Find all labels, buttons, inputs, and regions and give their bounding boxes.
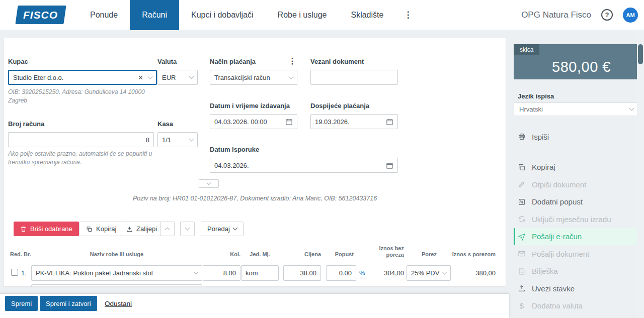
broj-racuna-help-text: Ako polje ostavite prazno, automatski će… — [8, 150, 169, 167]
delete-selected-button[interactable]: Briši odabrane — [14, 222, 79, 236]
datum-isporuke-input[interactable]: 04.03.2026. — [210, 158, 398, 173]
chevron-down-icon — [289, 74, 294, 79]
nav-racuni[interactable]: Računi — [130, 0, 179, 30]
sidebar-action-label: Uključi mjesečnu izradu — [532, 215, 611, 224]
vezani-dokument-input[interactable] — [310, 70, 398, 85]
sidebar-action-ispisi[interactable]: Ispiši — [514, 128, 639, 146]
send-e-invoice-icon — [518, 233, 526, 241]
header-jed-mj: Jed. Mj. — [241, 251, 279, 258]
sort-button[interactable]: Poredaj — [201, 222, 244, 236]
item-name-value: PK-VELIKA: Poklon paket Jadranski stol — [36, 269, 194, 277]
chevron-down-icon — [194, 270, 199, 275]
nav-kupci-i-dobavljaci[interactable]: Kupci i dobavljači — [179, 0, 266, 30]
page-scrollbar[interactable] — [637, 30, 644, 318]
nav-robe-i-usluge[interactable]: Robe i usluge — [266, 0, 339, 30]
delete-selected-label: Briši odabrane — [30, 225, 72, 233]
calendar-icon[interactable] — [386, 162, 393, 169]
scrollbar-thumb[interactable] — [638, 44, 643, 64]
language-select[interactable]: Hrvatski — [514, 102, 639, 116]
datum-izdavanja-label: Datum i vrijeme izdavanja — [210, 102, 290, 110]
app-logo[interactable]: FISCO — [15, 6, 66, 24]
kebab-icon: ⋮ — [404, 10, 412, 20]
header-iznos-s-porezom: Iznos s porezom — [448, 251, 496, 258]
sidebar-action-posalji-e-racun[interactable]: Pošalji e-račun — [514, 228, 639, 246]
invoice-form-card: Kupac Valuta Način plaćanja ⋮ Vezani dok… — [4, 38, 506, 286]
sidebar-action-kopiraj[interactable]: Kopiraj — [514, 159, 639, 176]
avatar[interactable]: AM — [623, 8, 638, 23]
nacin-placanja-label: Način plaćanja — [210, 58, 256, 65]
sidebar-action-label: Kopiraj — [532, 163, 555, 171]
sidebar-action-dodatna-valuta[interactable]: $ Dodatna valuta — [514, 297, 639, 315]
nav-label: Robe i usluge — [278, 11, 327, 20]
chevron-down-icon — [629, 106, 634, 111]
calendar-icon[interactable] — [285, 118, 293, 126]
valuta-label: Valuta — [157, 58, 177, 65]
kasa-select[interactable]: 1/1 — [157, 132, 198, 147]
language-label: Jezik ispisa — [518, 92, 554, 100]
nav-ponude[interactable]: Ponude — [78, 0, 130, 30]
nav-more-icon[interactable]: ⋮ — [395, 0, 420, 30]
kupac-input[interactable]: Studio Eter d.o.o. ✕ — [8, 70, 157, 85]
sidebar-action-otpisi-dokument[interactable]: Otpiši dokument — [514, 176, 639, 193]
company-name: OPG Natura Fisco — [521, 10, 591, 20]
copy-icon — [518, 163, 526, 171]
cancel-link[interactable]: Odustani — [105, 300, 132, 307]
sidebar-action-dodatni-popust[interactable]: Dodatni popust — [514, 193, 639, 211]
chevron-down-icon — [442, 270, 447, 275]
sidebar-action-biljeska[interactable]: Bilješka — [514, 263, 639, 280]
datum-izdavanja-input[interactable]: 04.03.2026. 00:00 — [210, 114, 297, 129]
broj-racuna-input[interactable] — [8, 132, 154, 147]
paste-rows-label: Zalijepi — [136, 225, 157, 233]
paste-rows-button[interactable]: Zalijepi — [120, 222, 164, 236]
discount-input[interactable] — [326, 265, 356, 281]
save-and-close-button[interactable]: Spremi i zatvori — [40, 296, 97, 311]
sidebar-action-posalji-dokument[interactable]: Pošalji dokument — [514, 245, 639, 263]
sidebar-action-mjesecna-izrada[interactable]: Uključi mjesečnu izradu — [514, 210, 639, 228]
dospijece-input[interactable]: 19.03.2026. — [310, 114, 398, 129]
item-name-select-partial[interactable] — [31, 284, 202, 286]
sidebar-action-uvezi-stavke[interactable]: Uvezi stavke — [514, 280, 639, 297]
language-value: Hrvatski — [519, 105, 543, 113]
vezani-dokument-label: Vezani dokument — [310, 58, 364, 65]
chevron-down-icon — [207, 181, 211, 185]
chevron-down-icon[interactable] — [148, 74, 153, 79]
help-glyph: ? — [605, 11, 609, 19]
printer-icon — [518, 133, 526, 141]
kupac-value: Studio Eter d.o.o. — [13, 74, 138, 81]
unit-input[interactable] — [241, 265, 279, 281]
sidebar-action-label: Uvezi stavke — [532, 284, 575, 293]
header-cijena: Cijena — [291, 251, 321, 258]
expand-details-button[interactable] — [199, 179, 219, 188]
valuta-select[interactable]: EUR — [157, 70, 198, 85]
nav-label: Ponude — [90, 11, 118, 20]
kupac-label: Kupac — [8, 58, 28, 65]
help-icon[interactable]: ? — [601, 9, 613, 21]
calendar-icon[interactable] — [386, 118, 393, 126]
pencil-icon — [518, 180, 526, 188]
chevron-down-icon — [189, 74, 194, 79]
item-name-select[interactable]: PK-VELIKA: Poklon paket Jadranski stol — [31, 265, 202, 281]
topbar-right: OPG Natura Fisco ? AM — [521, 8, 638, 23]
note-icon — [518, 267, 526, 275]
move-row-up-button[interactable] — [160, 222, 175, 236]
copy-rows-button[interactable]: Kopiraj — [79, 222, 123, 236]
chevron-down-icon — [189, 136, 194, 141]
clear-icon[interactable]: ✕ — [138, 74, 143, 81]
chevron-up-icon — [165, 227, 170, 232]
tax-select[interactable]: 25% PDV — [407, 265, 451, 281]
qty-input[interactable] — [203, 265, 240, 281]
nav-label: Skladište — [351, 11, 383, 20]
header-iznos-bez-poreza: Iznos bez poreza — [374, 245, 404, 258]
topbar: FISCO Ponude Računi Kupci i dobavljači R… — [0, 0, 644, 30]
save-button[interactable]: Spremi — [5, 296, 38, 311]
nacin-placanja-select[interactable]: Transakcijski račun — [210, 70, 297, 85]
nacin-placanja-menu-icon[interactable]: ⋮ — [288, 56, 296, 66]
row-checkbox[interactable] — [11, 269, 18, 276]
nav-skladiste[interactable]: Skladište — [339, 0, 395, 30]
price-input[interactable] — [283, 265, 321, 281]
paste-icon — [126, 226, 133, 233]
move-row-down-button[interactable] — [180, 222, 195, 236]
discount-icon — [518, 198, 526, 206]
datum-isporuke-value: 04.03.2026. — [214, 162, 383, 169]
refresh-icon — [518, 215, 526, 223]
